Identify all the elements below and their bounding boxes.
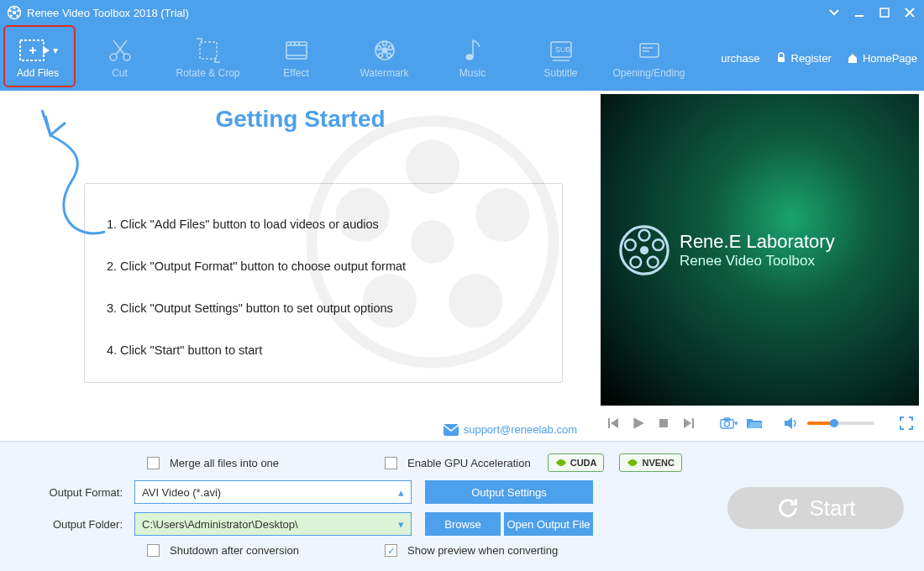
merge-checkbox[interactable] — [147, 457, 160, 469]
preview-panel: Rene.E Laboratory Renee Video Toolbox ▾ — [601, 91, 924, 441]
svg-rect-35 — [778, 57, 785, 62]
output-folder-label: Output Folder: — [17, 518, 134, 531]
toolbar-watermark[interactable]: Watermark — [340, 25, 428, 91]
minimize-button[interactable] — [852, 5, 867, 20]
svg-rect-51 — [608, 418, 610, 428]
close-button[interactable] — [902, 5, 917, 20]
toolbar-label: Opening/Ending — [612, 67, 685, 79]
mail-icon — [444, 424, 459, 436]
toolbar-label: Subtitle — [543, 67, 577, 79]
svg-rect-14 — [200, 42, 217, 59]
show-preview-checkbox[interactable] — [385, 544, 397, 557]
svg-point-3 — [17, 9, 19, 12]
toolbar-label: Music — [459, 67, 486, 79]
step-4: 4. Click "Start" button to start — [107, 343, 540, 357]
brand-line-2: Renee Video Toolbox — [680, 253, 835, 270]
output-folder-dropdown[interactable]: C:\Users\Administrator\Desktop\ ▾ — [134, 512, 412, 536]
toolbar-add-files[interactable]: ▾ Add Files — [0, 25, 76, 91]
purchase-link[interactable]: urchase — [721, 52, 759, 65]
window-title: Renee Video Toolbox 2018 (Trial) — [27, 7, 827, 19]
toolbar-cut[interactable]: Cut — [76, 25, 164, 91]
output-settings-button[interactable]: Output Settings — [425, 480, 593, 504]
brand-line-1: Rene.E Laboratory — [680, 231, 835, 253]
step-3: 3. Click "Output Settings" button to set… — [107, 301, 540, 315]
music-icon — [459, 37, 486, 64]
watermark-icon — [371, 37, 398, 64]
toolbar-subtitle[interactable]: SUB Subtitle — [517, 25, 605, 91]
output-format-dropdown[interactable]: AVI Video (*.avi) ▴ — [134, 480, 412, 504]
stop-button[interactable] — [654, 414, 673, 432]
toolbar-opening-ending[interactable]: Opening/Ending — [605, 25, 693, 91]
svg-rect-8 — [880, 8, 889, 17]
prev-button[interactable] — [604, 414, 622, 432]
nvenc-badge: NVENC — [619, 453, 682, 472]
volume-slider[interactable] — [807, 422, 874, 425]
opening-ending-icon — [636, 37, 663, 64]
chevron-down-icon: ▾ — [53, 45, 58, 56]
maximize-button[interactable] — [877, 5, 892, 20]
svg-rect-43 — [444, 424, 459, 436]
dropdown-window-button[interactable] — [827, 5, 842, 20]
shutdown-label: Shutdown after conversion — [170, 544, 380, 557]
svg-point-1 — [13, 11, 17, 15]
shutdown-checkbox[interactable] — [147, 544, 160, 557]
output-panel: Merge all files into one Enable GPU Acce… — [0, 441, 924, 571]
home-icon — [847, 52, 858, 64]
output-format-label: Output Format: — [17, 486, 134, 499]
main-toolbar: ▾ Add Files Cut Rotate & Crop Effect Wat… — [0, 25, 924, 91]
gpu-checkbox[interactable] — [385, 457, 397, 469]
start-button[interactable]: Start — [727, 487, 904, 529]
svg-point-45 — [640, 245, 648, 254]
play-button[interactable] — [629, 414, 648, 432]
svg-point-19 — [294, 44, 295, 45]
svg-point-50 — [625, 239, 636, 250]
title-bar: Renee Video Toolbox 2018 (Trial) — [0, 0, 924, 25]
toolbar-label: Effect — [283, 67, 308, 79]
getting-started-heading: Getting Started — [0, 106, 601, 133]
svg-point-12 — [110, 54, 117, 60]
svg-point-23 — [382, 42, 386, 46]
preview-image: Rene.E Laboratory Renee Video Toolbox — [601, 94, 919, 406]
svg-rect-53 — [692, 418, 694, 428]
svg-rect-52 — [659, 419, 668, 427]
toolbar-rotate-crop[interactable]: Rotate & Crop — [164, 25, 252, 91]
open-output-file-button[interactable]: Open Output File — [504, 512, 593, 536]
chevron-up-icon: ▴ — [398, 486, 404, 499]
svg-point-13 — [123, 54, 130, 60]
step-1: 1. Click "Add Files" button to load vide… — [107, 217, 540, 231]
toolbar-label: Rotate & Crop — [176, 67, 239, 79]
gpu-label: Enable GPU Acceleration — [407, 457, 531, 469]
register-link[interactable]: Register — [775, 52, 832, 65]
show-preview-label: Show preview when converting — [407, 544, 558, 557]
step-2: 2. Click "Output Format" button to choos… — [107, 259, 540, 273]
toolbar-label: Cut — [112, 67, 128, 79]
open-folder-button[interactable] — [745, 414, 764, 432]
next-button[interactable] — [680, 414, 698, 432]
subtitle-icon: SUB — [548, 37, 575, 64]
getting-started-pane: Getting Started 1. Click "Add Files" but… — [0, 91, 601, 441]
chevron-down-icon: ▾ — [398, 518, 404, 531]
svg-point-20 — [298, 44, 299, 45]
refresh-icon — [776, 496, 800, 520]
homepage-link[interactable]: HomePage — [847, 52, 917, 65]
support-email-link[interactable]: support@reneelab.com — [444, 423, 577, 436]
fullscreen-button[interactable] — [897, 414, 916, 432]
svg-point-5 — [10, 14, 13, 17]
svg-rect-32 — [640, 44, 659, 57]
lock-icon — [775, 52, 787, 64]
toolbar-effect[interactable]: Effect — [252, 25, 340, 91]
toolbar-label: Watermark — [360, 67, 408, 79]
volume-icon[interactable] — [782, 414, 801, 432]
svg-point-24 — [388, 46, 392, 50]
svg-point-6 — [9, 9, 12, 12]
snapshot-button[interactable]: ▾ — [720, 414, 738, 432]
svg-point-55 — [725, 422, 730, 427]
svg-point-46 — [639, 229, 650, 240]
toolbar-right-links: urchase Register HomePage — [721, 25, 917, 91]
svg-text:SUB: SUB — [555, 45, 571, 54]
svg-point-47 — [653, 239, 664, 250]
svg-point-28 — [466, 55, 473, 60]
add-files-icon: ▾ — [18, 37, 58, 64]
browse-button[interactable]: Browse — [425, 512, 501, 536]
toolbar-music[interactable]: Music — [428, 25, 517, 91]
